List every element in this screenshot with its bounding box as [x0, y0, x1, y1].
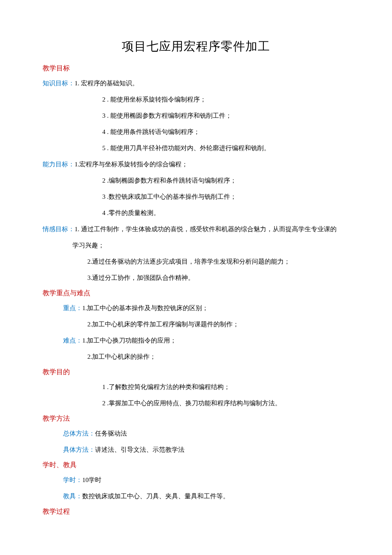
hours-text: 10学时	[82, 477, 101, 483]
document-page: 项目七应用宏程序零件加工 教学目标 知识目标：1. 宏程序的基础知识。 2 . …	[0, 0, 392, 547]
method-overall-text: 任务驱动法	[95, 430, 127, 437]
tools-label: 教具：	[63, 493, 82, 500]
tools-text: 数控铣床或加工中心、刀具、夹具、量具和工件等。	[82, 493, 229, 500]
knowledge-goal-item-1: 1. 宏程序的基础知识。	[75, 80, 138, 87]
method-overall-label: 总体方法：	[63, 430, 95, 437]
knowledge-goal-item-4: 4 . 能使用条件跳转语句编制程序；	[43, 127, 349, 137]
ability-goal-item-1: 1.宏程序与坐标系旋转指令的综合编程；	[75, 161, 188, 168]
method-overall-line: 总体方法：任务驱动法	[43, 428, 349, 439]
method-specific-label: 具体方法：	[63, 446, 95, 453]
section-hours-heading: 学时、教具	[43, 461, 349, 470]
ability-goal-item-2: 2 .编制椭圆参数方程和条件跳转语句编制程序；	[43, 175, 349, 186]
emotion-goal-item-1b: 学习兴趣；	[43, 240, 349, 250]
keypoint-label: 重点：	[63, 305, 82, 311]
knowledge-goal-item-3: 3 . 能使用椭圆参数方程编制程序和铣削工件；	[43, 110, 349, 121]
purpose-item-1: 1 .了解数控简化编程方法的种类和编程结构；	[43, 382, 349, 392]
difficulty-item-2: 2.加工中心机床的操作；	[43, 352, 349, 362]
section-methods-heading: 教学方法	[43, 414, 349, 423]
section-purpose-heading: 教学目的	[43, 368, 349, 377]
hours-label: 学时：	[63, 477, 82, 483]
keypoint-line: 重点：1.加工中心的基本操作及与数控铣床的区别；	[43, 303, 349, 313]
knowledge-goal-item-2: 2 . 能使用坐标系旋转指令编制程序；	[43, 94, 349, 105]
section-keypoints-heading: 教学重点与难点	[43, 289, 349, 298]
emotion-goal-label: 情感目标：	[43, 226, 75, 232]
ability-goal-label: 能力目标：	[43, 161, 75, 168]
emotion-goal-item-1a: 1. 通过工件制作，学生体验成功的喜悦，感受软件和机器的综合魅力，从而提高学生专…	[75, 226, 337, 232]
emotion-goal-line: 情感目标：1. 通过工件制作，学生体验成功的喜悦，感受软件和机器的综合魅力，从而…	[43, 224, 349, 234]
emotion-goal-item-3: 3.通过分工协作，加强团队合作精神。	[43, 273, 349, 283]
page-title: 项目七应用宏程序零件加工	[43, 38, 349, 55]
difficulty-item-1: 1.加工中心换刀功能指令的应用；	[82, 337, 176, 344]
difficulty-label: 难点：	[63, 337, 82, 344]
keypoint-item-1: 1.加工中心的基本操作及与数控铣床的区别；	[82, 305, 208, 311]
method-specific-line: 具体方法：讲述法、引导文法、示范教学法	[43, 445, 349, 455]
difficulty-line: 难点：1.加工中心换刀功能指令的应用；	[43, 335, 349, 346]
keypoint-item-2: 2.加工中心机床的零件加工程序编制与课题件的制作；	[43, 319, 349, 329]
section-process-heading: 教学过程	[43, 507, 349, 516]
method-specific-text: 讲述法、引导文法、示范教学法	[95, 446, 184, 453]
knowledge-goal-line: 知识目标：1. 宏程序的基础知识。	[43, 78, 349, 88]
ability-goal-line: 能力目标：1.宏程序与坐标系旋转指令的综合编程；	[43, 159, 349, 169]
knowledge-goal-label: 知识目标：	[43, 80, 75, 87]
tools-line: 教具：数控铣床或加工中心、刀具、夹具、量具和工件等。	[43, 491, 349, 501]
ability-goal-item-4: 4 .零件的质量检测。	[43, 208, 349, 218]
ability-goal-item-3: 3 .数控铣床或加工中心的基本操作与铣削工件；	[43, 192, 349, 202]
purpose-item-2: 2 .掌握加工中心的应用特点、换刀功能和程序结构与编制方法。	[43, 398, 349, 408]
section-goals-heading: 教学目标	[43, 64, 349, 73]
knowledge-goal-item-5: 5 . 能使用刀具半径补偿功能对内、外轮廓进行编程和铣削。	[43, 143, 349, 153]
emotion-goal-item-2: 2.通过任务驱动的方法逐步完成项目，培养学生发现和分析问题的能力；	[43, 256, 349, 267]
hours-line: 学时：10学时	[43, 475, 349, 485]
